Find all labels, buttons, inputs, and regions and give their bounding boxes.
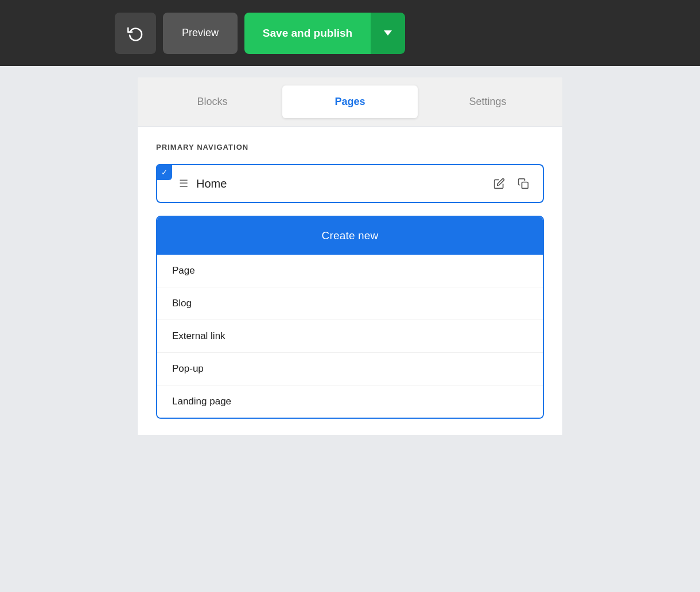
create-new-section: Create new Page Blog External link Pop-u… [156,216,544,419]
tab-blocks[interactable]: Blocks [145,85,280,118]
save-publish-button[interactable]: Save and publish [244,13,371,54]
save-publish-dropdown-button[interactable] [371,13,405,54]
main-area: Blocks Pages Settings PRIMARY NAVIGATION… [0,66,700,446]
pages-content: PRIMARY NAVIGATION ✓ ☰ Home [138,126,562,435]
tab-pages[interactable]: Pages [282,85,418,118]
create-external-link-item[interactable]: External link [157,320,543,352]
page-item-name: Home [196,177,483,190]
section-label: PRIMARY NAVIGATION [156,143,544,151]
page-item-home[interactable]: ✓ ☰ Home [156,164,544,203]
page-item-actions [491,176,531,192]
create-page-item[interactable]: Page [157,255,543,287]
create-popup-item[interactable]: Pop-up [157,352,543,385]
history-button[interactable] [115,13,156,54]
tab-bar: Blocks Pages Settings [138,77,562,126]
save-publish-group: Save and publish [244,13,405,54]
edit-page-button[interactable] [491,176,507,192]
chevron-down-icon [384,30,392,36]
tab-settings[interactable]: Settings [420,85,555,118]
save-publish-label: Save and publish [263,27,352,40]
create-blog-item[interactable]: Blog [157,287,543,320]
create-landing-page-item[interactable]: Landing page [157,385,543,418]
toolbar: Preview Save and publish [0,0,700,66]
preview-button[interactable]: Preview [163,13,238,54]
drag-handle-icon[interactable]: ☰ [179,177,188,190]
panel: Blocks Pages Settings PRIMARY NAVIGATION… [138,77,562,435]
svg-rect-0 [522,182,528,189]
create-new-button[interactable]: Create new [157,217,543,255]
preview-label: Preview [182,27,219,39]
selected-checkmark: ✓ [156,164,172,180]
copy-page-button[interactable] [515,176,531,192]
create-new-dropdown: Page Blog External link Pop-up Landing p… [157,255,543,418]
